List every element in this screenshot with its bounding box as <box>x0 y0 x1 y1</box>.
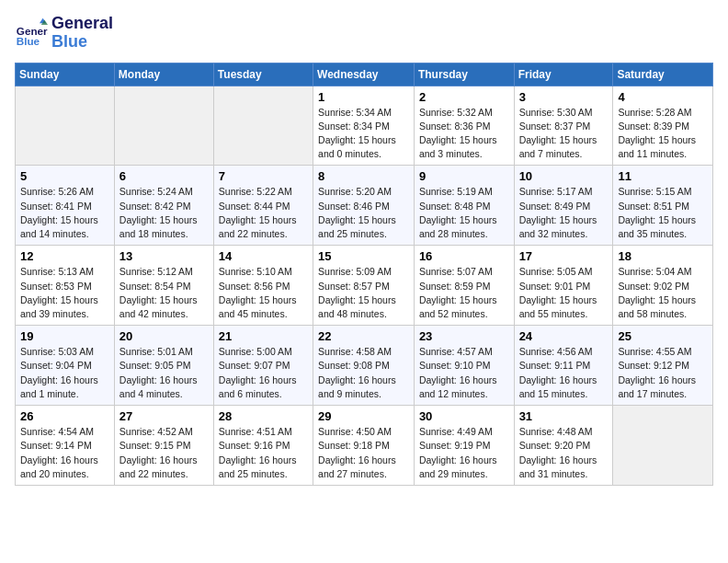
calendar-cell: 7Sunrise: 5:22 AM Sunset: 8:44 PM Daylig… <box>213 166 313 246</box>
calendar-cell: 15Sunrise: 5:09 AM Sunset: 8:57 PM Dayli… <box>313 246 415 326</box>
day-info: Sunrise: 5:19 AM Sunset: 8:48 PM Dayligh… <box>419 185 509 241</box>
calendar-cell: 9Sunrise: 5:19 AM Sunset: 8:48 PM Daylig… <box>414 166 514 246</box>
weekday-header-row: SundayMondayTuesdayWednesdayThursdayFrid… <box>16 63 713 86</box>
day-number: 3 <box>519 90 609 104</box>
weekday-header-saturday: Saturday <box>613 63 713 86</box>
day-info: Sunrise: 4:56 AM Sunset: 9:11 PM Dayligh… <box>519 345 609 401</box>
day-info: Sunrise: 5:26 AM Sunset: 8:41 PM Dayligh… <box>20 185 109 241</box>
calendar-cell: 6Sunrise: 5:24 AM Sunset: 8:42 PM Daylig… <box>114 166 213 246</box>
day-info: Sunrise: 5:13 AM Sunset: 8:53 PM Dayligh… <box>20 265 109 321</box>
day-number: 30 <box>419 409 509 423</box>
calendar-cell <box>16 86 115 166</box>
day-info: Sunrise: 4:57 AM Sunset: 9:10 PM Dayligh… <box>419 345 509 401</box>
logo-line2: Blue <box>51 33 113 52</box>
day-number: 20 <box>119 329 209 343</box>
calendar-cell: 25Sunrise: 4:55 AM Sunset: 9:12 PM Dayli… <box>613 326 713 406</box>
day-number: 12 <box>20 249 109 263</box>
day-info: Sunrise: 5:04 AM Sunset: 9:02 PM Dayligh… <box>618 265 708 321</box>
day-number: 22 <box>318 329 409 343</box>
calendar-week-3: 12Sunrise: 5:13 AM Sunset: 8:53 PM Dayli… <box>16 246 713 326</box>
day-number: 10 <box>519 169 609 183</box>
day-number: 27 <box>119 409 209 423</box>
day-info: Sunrise: 4:54 AM Sunset: 9:14 PM Dayligh… <box>20 425 109 481</box>
day-info: Sunrise: 5:07 AM Sunset: 8:59 PM Dayligh… <box>419 265 509 321</box>
weekday-header-friday: Friday <box>514 63 613 86</box>
calendar-cell: 5Sunrise: 5:26 AM Sunset: 8:41 PM Daylig… <box>16 166 115 246</box>
calendar-cell: 3Sunrise: 5:30 AM Sunset: 8:37 PM Daylig… <box>514 86 613 166</box>
day-number: 29 <box>318 409 409 423</box>
calendar-cell <box>114 86 213 166</box>
day-number: 18 <box>618 249 708 263</box>
day-number: 9 <box>419 169 509 183</box>
day-number: 28 <box>219 409 308 423</box>
calendar-cell: 31Sunrise: 4:48 AM Sunset: 9:20 PM Dayli… <box>514 406 613 486</box>
day-info: Sunrise: 5:10 AM Sunset: 8:56 PM Dayligh… <box>219 265 308 321</box>
day-info: Sunrise: 4:49 AM Sunset: 9:19 PM Dayligh… <box>419 425 509 481</box>
calendar-cell: 13Sunrise: 5:12 AM Sunset: 8:54 PM Dayli… <box>114 246 213 326</box>
day-info: Sunrise: 5:09 AM Sunset: 8:57 PM Dayligh… <box>318 265 409 321</box>
day-number: 26 <box>20 409 109 423</box>
calendar-table: SundayMondayTuesdayWednesdayThursdayFrid… <box>15 63 713 486</box>
day-info: Sunrise: 4:55 AM Sunset: 9:12 PM Dayligh… <box>618 345 708 401</box>
calendar-cell: 24Sunrise: 4:56 AM Sunset: 9:11 PM Dayli… <box>514 326 613 406</box>
calendar-week-5: 26Sunrise: 4:54 AM Sunset: 9:14 PM Dayli… <box>16 406 713 486</box>
calendar-cell: 20Sunrise: 5:01 AM Sunset: 9:05 PM Dayli… <box>114 326 213 406</box>
calendar-cell: 26Sunrise: 4:54 AM Sunset: 9:14 PM Dayli… <box>16 406 115 486</box>
weekday-header-thursday: Thursday <box>414 63 514 86</box>
calendar-cell: 18Sunrise: 5:04 AM Sunset: 9:02 PM Dayli… <box>613 246 713 326</box>
calendar-cell: 4Sunrise: 5:28 AM Sunset: 8:39 PM Daylig… <box>613 86 713 166</box>
day-info: Sunrise: 4:51 AM Sunset: 9:16 PM Dayligh… <box>219 425 308 481</box>
calendar-cell: 22Sunrise: 4:58 AM Sunset: 9:08 PM Dayli… <box>313 326 415 406</box>
day-info: Sunrise: 4:52 AM Sunset: 9:15 PM Dayligh… <box>119 425 209 481</box>
day-info: Sunrise: 5:00 AM Sunset: 9:07 PM Dayligh… <box>219 345 308 401</box>
calendar-cell <box>613 406 713 486</box>
day-number: 1 <box>318 90 409 104</box>
calendar-cell: 28Sunrise: 4:51 AM Sunset: 9:16 PM Dayli… <box>213 406 313 486</box>
day-number: 25 <box>618 329 708 343</box>
day-number: 7 <box>219 169 308 183</box>
day-number: 2 <box>419 90 509 104</box>
weekday-header-tuesday: Tuesday <box>213 63 313 86</box>
weekday-header-wednesday: Wednesday <box>313 63 415 86</box>
calendar-week-1: 1Sunrise: 5:34 AM Sunset: 8:34 PM Daylig… <box>16 86 713 166</box>
day-number: 11 <box>618 169 708 183</box>
weekday-header-sunday: Sunday <box>16 63 115 86</box>
logo: General Blue General Blue <box>15 15 113 52</box>
day-number: 13 <box>119 249 209 263</box>
calendar-cell: 1Sunrise: 5:34 AM Sunset: 8:34 PM Daylig… <box>313 86 415 166</box>
calendar-cell: 8Sunrise: 5:20 AM Sunset: 8:46 PM Daylig… <box>313 166 415 246</box>
day-info: Sunrise: 5:22 AM Sunset: 8:44 PM Dayligh… <box>219 185 308 241</box>
calendar-week-4: 19Sunrise: 5:03 AM Sunset: 9:04 PM Dayli… <box>16 326 713 406</box>
day-number: 23 <box>419 329 509 343</box>
calendar-cell <box>213 86 313 166</box>
calendar-week-2: 5Sunrise: 5:26 AM Sunset: 8:41 PM Daylig… <box>16 166 713 246</box>
calendar-cell: 16Sunrise: 5:07 AM Sunset: 8:59 PM Dayli… <box>414 246 514 326</box>
day-info: Sunrise: 5:28 AM Sunset: 8:39 PM Dayligh… <box>618 106 708 162</box>
calendar-cell: 2Sunrise: 5:32 AM Sunset: 8:36 PM Daylig… <box>414 86 514 166</box>
day-number: 6 <box>119 169 209 183</box>
day-info: Sunrise: 5:34 AM Sunset: 8:34 PM Dayligh… <box>318 106 409 162</box>
day-info: Sunrise: 5:15 AM Sunset: 8:51 PM Dayligh… <box>618 185 708 241</box>
calendar-cell: 14Sunrise: 5:10 AM Sunset: 8:56 PM Dayli… <box>213 246 313 326</box>
calendar-cell: 27Sunrise: 4:52 AM Sunset: 9:15 PM Dayli… <box>114 406 213 486</box>
day-number: 17 <box>519 249 609 263</box>
calendar-cell: 12Sunrise: 5:13 AM Sunset: 8:53 PM Dayli… <box>16 246 115 326</box>
day-number: 19 <box>20 329 109 343</box>
day-info: Sunrise: 4:50 AM Sunset: 9:18 PM Dayligh… <box>318 425 409 481</box>
day-info: Sunrise: 5:03 AM Sunset: 9:04 PM Dayligh… <box>20 345 109 401</box>
day-number: 31 <box>519 409 609 423</box>
day-number: 4 <box>618 90 708 104</box>
day-number: 14 <box>219 249 308 263</box>
day-number: 5 <box>20 169 109 183</box>
day-info: Sunrise: 5:30 AM Sunset: 8:37 PM Dayligh… <box>519 106 609 162</box>
calendar-cell: 21Sunrise: 5:00 AM Sunset: 9:07 PM Dayli… <box>213 326 313 406</box>
weekday-header-monday: Monday <box>114 63 213 86</box>
day-number: 15 <box>318 249 409 263</box>
calendar-cell: 30Sunrise: 4:49 AM Sunset: 9:19 PM Dayli… <box>414 406 514 486</box>
day-info: Sunrise: 5:20 AM Sunset: 8:46 PM Dayligh… <box>318 185 409 241</box>
calendar-cell: 17Sunrise: 5:05 AM Sunset: 9:01 PM Dayli… <box>514 246 613 326</box>
day-info: Sunrise: 5:12 AM Sunset: 8:54 PM Dayligh… <box>119 265 209 321</box>
day-info: Sunrise: 4:58 AM Sunset: 9:08 PM Dayligh… <box>318 345 409 401</box>
svg-text:Blue: Blue <box>17 34 40 46</box>
day-info: Sunrise: 5:24 AM Sunset: 8:42 PM Dayligh… <box>119 185 209 241</box>
